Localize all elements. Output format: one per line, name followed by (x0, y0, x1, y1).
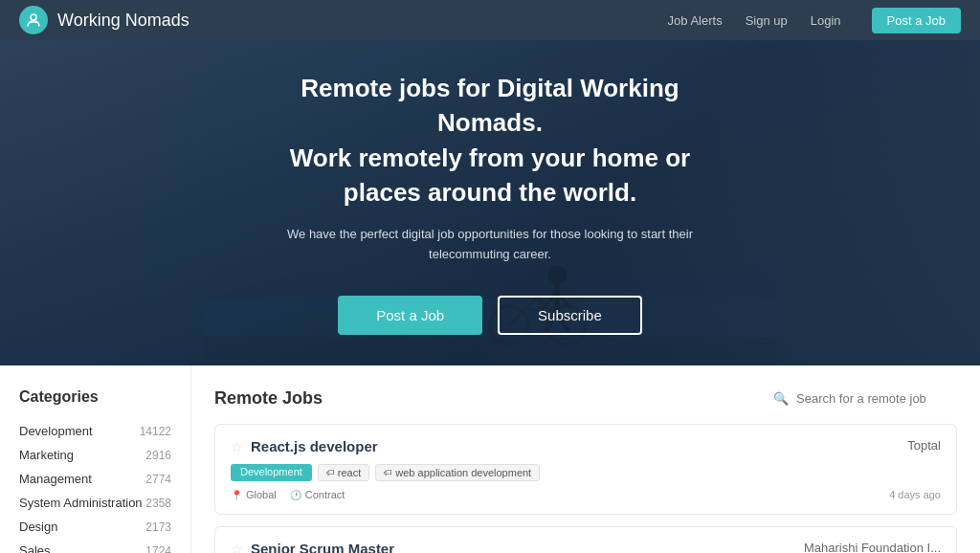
sidebar-item-count: 1724 (145, 544, 171, 554)
hero-content: Remote jobs for Digital Working Nomads.W… (251, 71, 729, 335)
job-card-header: ☆ Senior Scrum Master Maharishi Foundati… (231, 541, 941, 553)
navbar-post-job-button[interactable]: Post a Job (872, 8, 961, 33)
nav-sign-up[interactable]: Sign up (746, 13, 788, 28)
job-title-row: ☆ React.js developer (231, 438, 378, 454)
hero-title: Remote jobs for Digital Working Nomads.W… (270, 71, 710, 210)
hero-post-job-button[interactable]: Post a Job (338, 296, 482, 335)
sidebar-item-count: 2173 (145, 520, 171, 534)
sidebar-title: Categories (19, 388, 171, 406)
job-title: React.js developer (251, 438, 378, 454)
hero-buttons: Post a Job Subscribe (270, 296, 710, 335)
jobs-section: Remote Jobs 🔍 ☆ React.js developer Topta… (191, 365, 980, 553)
search-input[interactable] (796, 391, 957, 406)
sidebar-item-label: Development (19, 424, 93, 438)
sidebar: Categories Development14122Marketing2916… (0, 365, 191, 553)
navbar-links: Job Alerts Sign up Login Post a Job (668, 8, 961, 33)
job-card[interactable]: ☆ Senior Scrum Master Maharishi Foundati… (214, 526, 957, 553)
sidebar-item-label: System Administration (19, 496, 143, 510)
sidebar-item-count: 2358 (145, 497, 171, 510)
job-title: Senior Scrum Master (251, 541, 394, 553)
job-company: Maharishi Foundation I... (804, 541, 941, 553)
navbar: Working Nomads Job Alerts Sign up Login … (0, 0, 980, 40)
job-category-tag[interactable]: Development (231, 464, 312, 481)
jobs-section-title: Remote Jobs (214, 388, 323, 409)
main-content: Categories Development14122Marketing2916… (0, 365, 980, 553)
sidebar-item-design[interactable]: Design2173 (19, 515, 171, 539)
brand-name: Working Nomads (57, 11, 189, 31)
search-box: 🔍 (773, 391, 957, 406)
hero-subtitle: We have the perfect digital job opportun… (270, 225, 710, 265)
sidebar-item-count: 14122 (140, 425, 171, 438)
svg-rect-1 (203, 337, 777, 365)
sidebar-item-label: Design (19, 520, 57, 534)
jobs-header: Remote Jobs 🔍 (214, 388, 957, 409)
sidebar-item-management[interactable]: Management2774 (19, 467, 171, 491)
sidebar-item-count: 2916 (145, 449, 171, 462)
sidebar-items-list: Development14122Marketing2916Management2… (19, 419, 171, 553)
svg-point-0 (31, 14, 36, 20)
job-company: Toptal (907, 438, 941, 453)
sidebar-item-development[interactable]: Development14122 (19, 419, 171, 443)
job-card-header: ☆ React.js developer Toptal (231, 438, 941, 454)
nav-login[interactable]: Login (811, 13, 841, 28)
sidebar-item-sales[interactable]: Sales1724 (19, 539, 171, 553)
job-tag: react (318, 464, 369, 481)
sidebar-item-label: Sales (19, 543, 51, 553)
job-footer: 📍 Global 🕐 Contract 4 days ago (231, 489, 941, 500)
job-date: 4 days ago (889, 489, 941, 500)
search-icon: 🔍 (773, 391, 789, 406)
location-pin-icon: 📍 (231, 490, 242, 500)
brand-logo-icon (19, 6, 48, 34)
sidebar-item-label: Management (19, 472, 92, 486)
favorite-star-icon[interactable]: ☆ (231, 542, 243, 554)
sidebar-item-count: 2774 (145, 473, 171, 486)
favorite-star-icon[interactable]: ☆ (231, 439, 243, 454)
sidebar-item-system-administration[interactable]: System Administration2358 (19, 491, 171, 515)
brand: Working Nomads (19, 6, 668, 34)
job-card[interactable]: ☆ React.js developer Toptal Development … (214, 424, 957, 515)
job-location: 📍 Global (231, 489, 277, 500)
job-title-row: ☆ Senior Scrum Master (231, 541, 394, 553)
job-cards-list: ☆ React.js developer Toptal Development … (214, 424, 957, 553)
hero-section: Remote jobs for Digital Working Nomads.W… (0, 40, 980, 365)
hero-subscribe-button[interactable]: Subscribe (498, 296, 642, 335)
job-meta: 📍 Global 🕐 Contract (231, 489, 345, 500)
job-tags: Development reactweb application develop… (231, 464, 941, 481)
sidebar-item-label: Marketing (19, 448, 74, 462)
contract-clock-icon: 🕐 (290, 490, 301, 500)
sidebar-item-marketing[interactable]: Marketing2916 (19, 443, 171, 467)
job-contract-type: 🕐 Contract (290, 489, 345, 500)
nav-job-alerts[interactable]: Job Alerts (668, 13, 723, 28)
job-tag: web application development (375, 464, 540, 481)
